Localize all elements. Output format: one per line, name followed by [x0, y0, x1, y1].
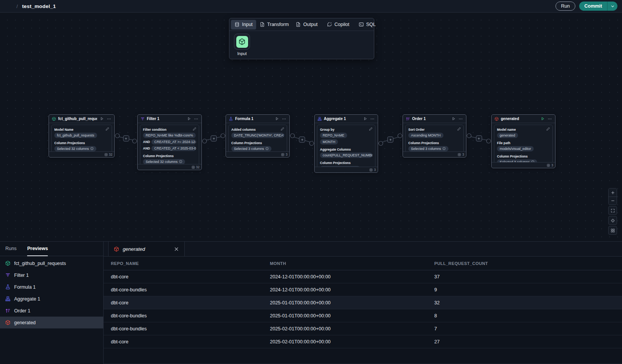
node-fct-github-pull-requests[interactable]: fct_github_pull_requestsModel Namefct_gi…: [49, 114, 115, 158]
node-order-1[interactable]: Order 1Sort OrderAscending MONTHColumn P…: [403, 114, 466, 158]
connection-port[interactable]: [310, 141, 314, 146]
connection-port[interactable]: [467, 134, 471, 138]
run-button[interactable]: Run: [555, 2, 576, 11]
value-pill[interactable]: count(PULL_REQUEST_NUMBER) as ...: [320, 153, 372, 158]
edit-icon[interactable]: [457, 127, 461, 131]
commit-button[interactable]: Commit: [579, 2, 607, 11]
connection-port[interactable]: [203, 139, 207, 143]
value-pill[interactable]: Selected 32 columns: [54, 146, 96, 152]
sidebar-item-formula-1[interactable]: Formula 1: [0, 281, 103, 293]
add-node-between-button[interactable]: [476, 135, 482, 141]
run-node-button[interactable]: [274, 116, 279, 122]
sidebar-item-fct-github-pull-requests[interactable]: fct_github_pull_requests: [0, 257, 103, 269]
node-aggregate-1[interactable]: Aggregate 1Group byREPO_NAMEMONTHAggrega…: [314, 114, 378, 173]
zoom-out-button[interactable]: [609, 197, 617, 205]
connection-port[interactable]: [221, 134, 225, 138]
tab-runs[interactable]: Runs: [5, 242, 16, 256]
locate-icon: [611, 218, 615, 223]
cube-icon: [5, 260, 11, 266]
node-generated[interactable]: generatedModel namegeneratedFile pathmod…: [491, 114, 555, 168]
node-menu-button[interactable]: [370, 116, 375, 122]
field-label-row: Model name: [497, 127, 550, 132]
table-cell: dbt-core-bundles: [104, 326, 270, 332]
run-node-button[interactable]: [99, 116, 104, 122]
connection-port[interactable]: [133, 139, 137, 143]
toolbar-tab-copilot[interactable]: Copilot: [323, 20, 353, 29]
value-pill[interactable]: CREATED_AT < 2025-03-01: [151, 146, 196, 151]
node-body: Model namegeneratedFile pathmodels/visua…: [492, 123, 555, 162]
table-cell: 2024-12-01T00:00:00+00:00: [270, 274, 434, 280]
zoom-in-button[interactable]: [609, 188, 617, 197]
edit-icon[interactable]: [281, 127, 284, 131]
edit-icon[interactable]: [546, 127, 550, 131]
node-formula-1[interactable]: Formula 1Added columnsDATE_TRUNC('MONTH'…: [226, 114, 290, 158]
locate-button[interactable]: [608, 216, 617, 225]
value-pill[interactable]: Selected 3 columns: [497, 159, 537, 162]
node-menu-button[interactable]: [106, 116, 112, 122]
sidebar-item-aggregate-1[interactable]: Aggregate 1: [0, 293, 103, 305]
run-node-button[interactable]: [540, 116, 545, 122]
connection-port[interactable]: [291, 134, 295, 138]
toolbar-tab-transform[interactable]: Transform: [256, 20, 292, 29]
add-node-between-button[interactable]: [299, 136, 305, 143]
sidebar-item-filter-1[interactable]: Filter 1: [0, 269, 103, 281]
commit-dropdown-button[interactable]: [607, 2, 617, 11]
collapse-panel-icon[interactable]: [588, 246, 594, 252]
minimap-button[interactable]: [608, 226, 617, 235]
value-pill[interactable]: REPO_NAME like %dbt-core%: [143, 133, 196, 138]
run-node-button[interactable]: [186, 116, 192, 122]
node-menu-button[interactable]: [281, 116, 287, 122]
sidebar-item-order-1[interactable]: Order 1: [0, 305, 103, 317]
value-pill[interactable]: generated: [497, 133, 518, 138]
value-pill[interactable]: Selected 3 columns: [408, 146, 448, 152]
value-pill[interactable]: models/visual_editor: [497, 146, 534, 152]
add-node-between-button[interactable]: [123, 135, 129, 141]
pill-text: Selected 32 columns: [57, 147, 89, 151]
value-pill[interactable]: REPO_NAME: [320, 133, 347, 138]
node-menu-button[interactable]: [458, 116, 463, 122]
add-input-node-button[interactable]: [234, 34, 250, 50]
value-pill[interactable]: Selected 3 columns: [231, 146, 271, 152]
sort-icon: [5, 308, 11, 314]
sidebar-item-generated[interactable]: generated: [0, 317, 103, 328]
edit-icon[interactable]: [106, 127, 109, 131]
run-node-button[interactable]: [451, 116, 456, 122]
close-icon[interactable]: [174, 246, 179, 252]
page-title: test_model_1: [22, 3, 56, 9]
table-row: dbt-core2024-12-01T00:00:00+00:0037: [104, 270, 622, 283]
sidebar-item-label: fct_github_pull_requests: [14, 261, 66, 266]
node-menu-button[interactable]: [547, 116, 552, 122]
connection-port[interactable]: [487, 139, 491, 143]
add-node-between-button[interactable]: [211, 135, 217, 141]
field-label-row: Sort Order: [408, 127, 461, 132]
toolbar-panel-item-input[interactable]: Input: [234, 34, 250, 56]
node-filter-1[interactable]: Filter 1Filter conditionREPO_NAME like %…: [137, 114, 202, 170]
value-pill[interactable]: MONTH: [320, 139, 338, 145]
connection-port[interactable]: [115, 134, 120, 138]
tab-previews[interactable]: Previews: [27, 242, 48, 256]
value-pill[interactable]: DATE_TRUNC('MONTH', CREATED_AT...: [231, 133, 284, 138]
edit-icon[interactable]: [369, 127, 373, 131]
value-pill[interactable]: Ascending MONTH: [408, 133, 443, 138]
value-pill[interactable]: Selected 32 columns: [143, 159, 185, 164]
toolbar-panel: Input: [229, 31, 374, 59]
value-pill[interactable]: Selected 3 columns: [320, 166, 360, 167]
value-pill[interactable]: fct_github_pull_requests: [54, 133, 97, 138]
table-cell: dbt-core: [104, 339, 270, 344]
toolbar-tab-input[interactable]: Input: [231, 20, 256, 29]
preview-tab-generated[interactable]: generated: [108, 242, 185, 256]
connection-port[interactable]: [398, 134, 402, 138]
connection-port[interactable]: [379, 141, 383, 146]
edit-icon[interactable]: [193, 127, 197, 131]
toolbar-tab-sql[interactable]: SQL: [355, 20, 379, 29]
pill-text: MONTH: [323, 140, 335, 144]
add-node-between-button[interactable]: [387, 136, 393, 143]
node-menu-button[interactable]: [193, 116, 199, 122]
run-node-button[interactable]: [362, 116, 368, 122]
node-footer: 32: [49, 151, 114, 157]
value-pill[interactable]: CREATED_AT >= 2024-12-01: [151, 139, 196, 145]
fit-view-button[interactable]: [608, 206, 617, 215]
field-value-row: Selected 32 columns: [143, 159, 196, 164]
toolbar-tab-output[interactable]: Output: [292, 20, 321, 29]
canvas[interactable]: InputTransformOutputCopilotSQL Input fct…: [0, 13, 622, 241]
